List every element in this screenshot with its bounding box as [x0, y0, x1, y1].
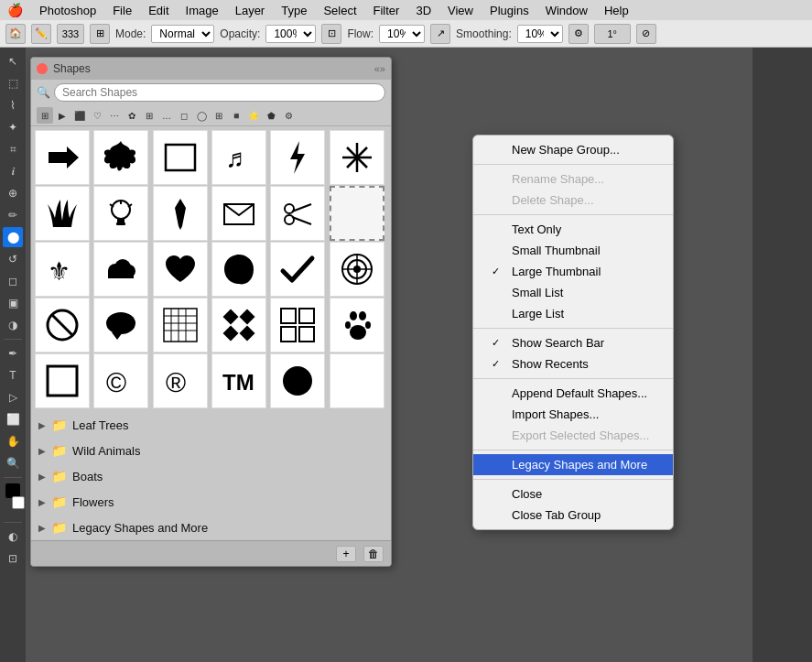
brush-option-btn[interactable]: ⊞ [90, 24, 110, 44]
type-tool[interactable]: T [3, 365, 23, 385]
cm-new-shape-group[interactable]: New Shape Group... [473, 139, 673, 160]
extra-btn[interactable]: ⊘ [636, 24, 656, 44]
shape-pawprint[interactable] [330, 298, 384, 353]
screen-mode-btn[interactable]: ⊡ [3, 548, 23, 569]
misc-filter-btn1[interactable]: ♡ [89, 107, 105, 124]
shape-starburst[interactable] [330, 130, 384, 185]
shape-splash[interactable] [93, 130, 148, 185]
arrow-filter-btn[interactable]: ▶ [54, 107, 70, 124]
lasso-tool[interactable]: ⌇ [3, 95, 23, 115]
shape-square[interactable] [35, 353, 90, 408]
cm-show-recents[interactable]: ✓ Show Recents [473, 353, 673, 374]
flow-toggle-btn[interactable]: ↗ [430, 24, 450, 44]
misc-filter-btn11[interactable]: ⬟ [263, 107, 279, 124]
shape-music[interactable]: ♬ [211, 130, 266, 185]
shape-lightning[interactable] [270, 130, 325, 185]
shape-speech-bubble[interactable] [93, 298, 148, 353]
shape-circle[interactable] [270, 353, 325, 408]
shape-rectangle[interactable] [153, 130, 208, 185]
opacity-select[interactable]: 100% [265, 25, 316, 43]
misc-filter-btn6[interactable]: ◻ [176, 107, 192, 124]
menu-photoshop[interactable]: Photoshop [32, 3, 103, 18]
cm-legacy-shapes[interactable]: Legacy Shapes and More [473, 454, 673, 475]
cm-close-tab-group[interactable]: Close Tab Group [473, 505, 673, 526]
zoom-tool[interactable]: 🔍 [3, 453, 23, 473]
menu-image[interactable]: Image [179, 3, 226, 18]
pen-tool[interactable]: ✒ [3, 343, 23, 364]
shape-scissors[interactable] [270, 186, 325, 241]
misc-filter-btn12[interactable]: ⚙ [280, 107, 297, 124]
shape-no[interactable] [35, 298, 90, 353]
shape-tool[interactable]: ⬜ [3, 409, 23, 429]
delete-group-btn[interactable]: 🗑 [363, 546, 384, 562]
menu-help[interactable]: Help [597, 3, 636, 18]
quick-mask-btn[interactable]: ◐ [3, 526, 23, 547]
misc-filter-btn10[interactable]: ⭐ [245, 107, 262, 124]
shape-tie[interactable] [153, 186, 208, 241]
shape-fleur[interactable]: ⚜ [35, 242, 90, 297]
healing-brush-tool[interactable]: ⊕ [3, 183, 23, 203]
menu-view[interactable]: View [440, 3, 481, 18]
panel-close-button[interactable] [37, 63, 48, 74]
shape-group-leaf-trees[interactable]: ▶ 📁 Leaf Trees [31, 412, 391, 438]
shape-group-flowers[interactable]: ▶ 📁 Flowers [31, 489, 391, 515]
smoothing-select[interactable]: 10% [517, 25, 563, 43]
shape-crosshatch[interactable] [153, 298, 208, 353]
home-button[interactable]: 🏠 [5, 24, 26, 44]
cm-small-list[interactable]: Small List [473, 282, 673, 303]
menu-filter[interactable]: Filter [366, 3, 407, 18]
dodge-tool[interactable]: ◑ [3, 315, 23, 335]
shape-copyright[interactable]: © [93, 353, 148, 408]
shape-grid[interactable] [270, 298, 325, 353]
shape-group-wild-animals[interactable]: ▶ 📁 Wild Animals [31, 438, 391, 463]
shape-diamond-pattern[interactable] [211, 298, 266, 353]
shape-registered[interactable]: ® [153, 353, 208, 408]
cm-small-thumbnail[interactable]: Small Thumbnail [473, 240, 673, 261]
shape-envelope[interactable] [211, 186, 266, 241]
apple-logo-icon[interactable]: 🍎 [7, 3, 23, 17]
shape-grass[interactable] [35, 186, 90, 241]
shape-empty6[interactable] [330, 353, 384, 408]
shape-group-boats[interactable]: ▶ 📁 Boats [31, 463, 391, 489]
misc-filter-btn2[interactable]: ⋯ [106, 107, 123, 124]
quick-select-tool[interactable]: ✦ [3, 117, 23, 137]
mode-select[interactable]: Normal [151, 25, 214, 43]
brush-tool-btn[interactable]: ✏️ [31, 24, 51, 44]
opacity-toggle-btn[interactable]: ⊡ [321, 24, 341, 44]
shape-empty-selected[interactable] [330, 186, 384, 241]
cm-export-shapes[interactable]: Export Selected Shapes... [473, 425, 673, 446]
hand-tool[interactable]: ✋ [3, 431, 23, 451]
misc-filter-btn4[interactable]: ⊞ [141, 107, 157, 124]
angle-btn[interactable]: 1° [594, 24, 631, 44]
cm-text-only[interactable]: Text Only [473, 219, 673, 240]
misc-filter-btn3[interactable]: ✿ [124, 107, 140, 124]
menu-file[interactable]: File [105, 3, 139, 18]
background-color[interactable] [12, 496, 25, 509]
cm-delete-shape[interactable]: Delete Shape... [473, 190, 673, 211]
clone-stamp-tool[interactable]: ⬤ [3, 227, 23, 247]
misc-filter-btn7[interactable]: ◯ [193, 107, 210, 124]
panel-collapse-button[interactable]: «» [374, 63, 385, 74]
cm-large-list[interactable]: Large List [473, 303, 673, 324]
shape-checkmark[interactable] [270, 242, 325, 297]
shape-heart[interactable] [153, 242, 208, 297]
menu-layer[interactable]: Layer [228, 3, 273, 18]
cm-import-shapes[interactable]: Import Shapes... [473, 404, 673, 425]
marquee-tool[interactable]: ⬚ [3, 73, 23, 93]
eraser-tool[interactable]: ◻ [3, 271, 23, 291]
flow-select[interactable]: 10% [379, 25, 425, 43]
cm-append-default[interactable]: Append Default Shapes... [473, 383, 673, 404]
shape-trademark[interactable]: TM [211, 353, 266, 408]
menu-3d[interactable]: 3D [408, 3, 438, 18]
shape-bulb[interactable] [93, 186, 148, 241]
banner-filter-btn[interactable]: ⬛ [71, 107, 88, 124]
menu-type[interactable]: Type [274, 3, 314, 18]
misc-filter-btn8[interactable]: ⊞ [211, 107, 227, 124]
shape-cloud[interactable] [93, 242, 148, 297]
move-tool[interactable]: ↖ [3, 51, 23, 71]
gradient-tool[interactable]: ▣ [3, 293, 23, 313]
cm-rename-shape[interactable]: Rename Shape... [473, 168, 673, 190]
menu-window[interactable]: Window [538, 3, 595, 18]
all-shapes-btn[interactable]: ⊞ [37, 107, 53, 124]
shape-blob[interactable] [211, 242, 266, 297]
